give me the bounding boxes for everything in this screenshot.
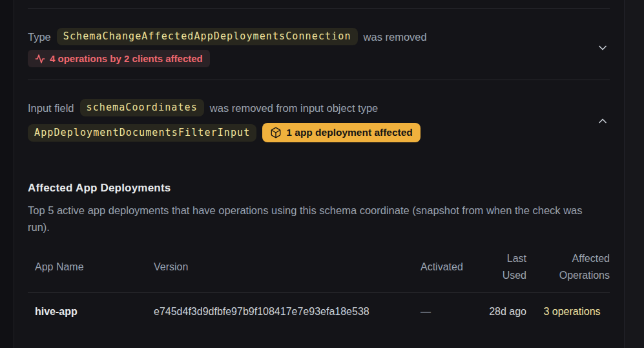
operations-affected-badge[interactable]: 4 operations by 2 clients affected — [28, 50, 210, 67]
operations-count-link[interactable]: 3 operations — [534, 303, 610, 320]
cell-version: e745d4f3d9dfbfe97b9f108417e7e93efa18e538 — [154, 293, 421, 348]
cell-last-used: 28d ago — [484, 293, 534, 348]
app-deployment-affected-badge[interactable]: 1 app deployment affected — [262, 123, 421, 142]
change-suffix: was removed — [364, 29, 427, 45]
change-item-type-removed: Type SchemaChangeAffectedAppDeploymentsC… — [28, 8, 610, 80]
box-package-icon — [270, 127, 282, 138]
change-summary: Type SchemaChangeAffectedAppDeploymentsC… — [28, 28, 596, 67]
field-name-chip: schemaCoordinates — [80, 99, 204, 116]
header-app-name: App Name — [28, 242, 154, 293]
app-deployment-affected-label: 1 app deployment affected — [286, 126, 413, 139]
chevron-down-icon[interactable] — [596, 41, 610, 55]
right-gutter — [625, 0, 644, 348]
table-row: hive-app e745d4f3d9dfbfe97b9f108417e7e93… — [28, 293, 610, 348]
affected-app-deployments-section: Affected App Deployments Top 5 active ap… — [28, 182, 610, 348]
cell-affected-operations: 3 operations — [534, 293, 610, 348]
change-item-input-field-removed: Input field schemaCoordinates was remove… — [28, 80, 610, 348]
input-type-chip: AppDeploymentDocumentsFilterInput — [28, 124, 256, 142]
section-description: Top 5 active app deployments that have o… — [28, 202, 603, 235]
cell-activated: — — [421, 293, 484, 348]
table-header-row: App Name Version Activated Last Used Aff… — [28, 242, 610, 293]
section-title: Affected App Deployments — [28, 182, 610, 195]
cell-app-name: hive-app — [28, 293, 154, 348]
header-version: Version — [154, 242, 421, 293]
change-summary: Input field schemaCoordinates was remove… — [28, 99, 596, 142]
deployments-table: App Name Version Activated Last Used Aff… — [28, 242, 610, 348]
change-prefix: Type — [28, 29, 51, 45]
chevron-up-icon[interactable] — [596, 114, 610, 128]
change-suffix: was removed from input object type — [210, 100, 378, 116]
header-last-used: Last Used — [484, 242, 534, 293]
type-name-chip: SchemaChangeAffectedAppDeploymentsConnec… — [57, 28, 358, 45]
schema-changes-panel: Type SchemaChangeAffectedAppDeploymentsC… — [14, 0, 625, 348]
activity-pulse-icon — [35, 54, 45, 64]
change-header[interactable]: Input field schemaCoordinates was remove… — [28, 80, 610, 155]
change-prefix: Input field — [28, 100, 74, 116]
change-header[interactable]: Type SchemaChangeAffectedAppDeploymentsC… — [28, 9, 610, 80]
header-affected-operations: Affected Operations — [534, 242, 610, 293]
header-activated: Activated — [421, 242, 484, 293]
operations-affected-label: 4 operations by 2 clients affected — [50, 52, 203, 65]
